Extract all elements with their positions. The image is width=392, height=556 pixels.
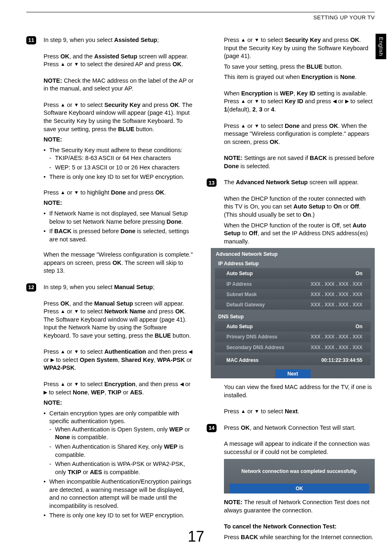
step-badge-13: 13 (207, 178, 217, 187)
list-item: When Authentication is WPA-PSK or WPA2-P… (49, 460, 194, 476)
right-icon: ▶ (345, 98, 349, 104)
osd-title: Advanced Network Setup (211, 248, 375, 259)
language-tab: English (376, 34, 386, 59)
step-badge-14: 14 (207, 424, 217, 432)
s13-after2: Press ▲ or ▼ to select Next. (224, 408, 375, 416)
list-item: When incompatible Authentication/Encrypt… (44, 478, 194, 510)
osd-connection-result: Network connection was completed success… (224, 459, 375, 493)
up-icon: ▲ (60, 102, 65, 108)
osd-row: Secondary DNS AddressXXX . XXX . XXX . X… (215, 342, 371, 352)
s11-p4: When the message "Wireless configuration… (44, 251, 194, 275)
down-icon: ▼ (254, 408, 259, 414)
osd-row-label: Primary DNS Address (226, 334, 277, 340)
left-icon: ◀ (333, 98, 337, 104)
osd-row-value: On (355, 323, 362, 330)
list-item: The Security Key must adhere to these co… (44, 146, 194, 172)
up-icon: ▲ (60, 61, 65, 67)
osd-row-label: IP Address (226, 281, 252, 287)
osd-dns-title: DNS Setup (211, 312, 375, 321)
step-13: 13 The Advanced Network Setup screen wil… (207, 178, 375, 246)
step-11: 11 In step 9, when you select Assisted S… (26, 36, 194, 275)
up-icon: ▲ (60, 381, 65, 387)
osd-msg-text: Network connection was completed success… (224, 459, 375, 484)
down-icon: ▼ (254, 123, 259, 129)
right-column: Press ▲ or ▼ to select Security Key and … (207, 36, 375, 544)
list-item: If Network Name is not displayed, see Ma… (44, 210, 194, 226)
s12-p3: Press ▲ or ▼ to select Encryption, and t… (44, 380, 194, 396)
s11-note3-head: NOTE: (44, 199, 194, 207)
s11-p2: Press ▲ or ▼ to select Security Key and … (44, 101, 194, 133)
down-icon: ▼ (74, 61, 79, 67)
list-item: Certain encryption types are only compat… (44, 410, 194, 477)
osd-row-label: Auto Setup (226, 323, 253, 330)
right-icon: ▶ (44, 389, 47, 395)
osd-ip-title: IP Address Setup (211, 259, 375, 268)
left-column: 11 In step 9, when you select Assisted S… (26, 36, 194, 544)
list-item: TKIP/AES: 8-63 ASCII or 64 Hex character… (49, 154, 194, 162)
left-icon: ◀ (189, 349, 192, 354)
s12r-p1b: To save your setting, press the BLUE but… (224, 63, 375, 71)
osd-row-label: Subnet Mask (226, 291, 257, 298)
s12r-p2: When Encryption is WEP, Key ID setting i… (224, 90, 375, 114)
header-rule (26, 12, 375, 12)
header-section-title: SETTING UP YOUR TV (314, 14, 375, 21)
osd-row-value: XXX . XXX . XXX . XXX (311, 344, 362, 351)
up-icon: ▲ (241, 123, 246, 129)
s12-p1: Press OK, and the Manual Setup screen wi… (44, 300, 194, 340)
down-icon: ▼ (74, 190, 79, 195)
page-number: 17 (0, 527, 392, 547)
osd-mac-label: MAC Address (226, 357, 258, 364)
s14-p2: A message will appear to indicate if the… (224, 440, 375, 456)
osd-row-value: XXX . XXX . XXX . XXX (311, 334, 362, 340)
osd-advanced-network-setup: Advanced Network Setup IP Address Setup … (211, 248, 375, 378)
down-icon: ▼ (254, 37, 259, 43)
osd-row: Subnet MaskXXX . XXX . XXX . XXX (215, 289, 371, 299)
s13-after1: You can view the fixed MAC address for t… (224, 383, 375, 399)
osd-row-value: On (355, 270, 362, 277)
s12-p2: Press ▲ or ▼ to select Authentication an… (44, 348, 194, 372)
s12r-p1c: This item is grayed out when Encryption … (224, 73, 375, 81)
up-icon: ▲ (241, 37, 246, 43)
s11-note2-head: NOTE: (44, 136, 194, 144)
osd-row: Auto SetupOn (215, 268, 371, 278)
up-icon: ▲ (60, 308, 65, 314)
down-icon: ▼ (74, 381, 79, 387)
osd-row-value: XXX . XXX . XXX . XXX (311, 301, 362, 308)
osd-row: Primary DNS AddressXXX . XXX . XXX . XXX (215, 331, 371, 342)
s11-intro: In step 9, when you select Assisted Setu… (44, 36, 194, 44)
step-14: 14 Press OK, and Network Connection Test… (207, 424, 375, 456)
step-badge-12: 12 (26, 283, 36, 292)
list-item: There is only one key ID to set for WEP … (44, 173, 194, 181)
osd-row-label: Secondary DNS Address (226, 344, 284, 351)
s11-note2-list: The Security Key must adhere to these co… (44, 146, 194, 181)
down-icon: ▼ (74, 349, 79, 354)
left-icon: ◀ (180, 381, 184, 387)
s11-note1: NOTE: Check the MAC address on the label… (44, 77, 194, 93)
osd-row-value: XXX . XXX . XXX . XXX (311, 291, 362, 298)
s14-p1: Press OK, and Network Connection Test wi… (224, 424, 375, 432)
up-icon: ▲ (241, 408, 246, 414)
osd-row-label: Default Gateway (226, 301, 265, 308)
osd-row-value: XXX . XXX . XXX . XXX (311, 281, 362, 287)
list-item: When Authentication is Shared Key, only … (49, 443, 194, 459)
s11-p1: Press OK, and the Assisted Setup screen … (44, 53, 194, 69)
step-12: 12 In step 9, when you select Manual Set… (26, 283, 194, 520)
list-item: If BACK is pressed before Done is select… (44, 227, 194, 243)
up-icon: ▲ (60, 349, 65, 354)
osd-next-button[interactable]: Next (275, 369, 311, 378)
osd-ok-button[interactable]: OK (230, 484, 369, 493)
s13-p2b: When the DHCP function of the router is … (224, 222, 375, 246)
osd-row: IP AddressXXX . XXX . XXX . XXX (215, 279, 371, 289)
list-item: WEP: 5 or 13 ASCII or 10 or 26 Hex chara… (49, 164, 194, 172)
step-badge-11: 11 (26, 36, 36, 44)
osd-row-mac: MAC Address 00:11:22:33:44:55 (215, 355, 371, 365)
osd-row: Auto SetupOn (215, 321, 371, 331)
s11-note3-list: If Network Name is not displayed, see Ma… (44, 210, 194, 243)
s13-p2: When the DHCP function of the router con… (224, 195, 375, 219)
right-icon: ▶ (51, 357, 54, 363)
down-icon: ▼ (74, 308, 79, 314)
up-icon: ▲ (60, 190, 65, 195)
down-icon: ▼ (74, 102, 79, 108)
s12r-p3: Press ▲ or ▼ to select Done and press OK… (224, 122, 375, 146)
s12-intro: In step 9, when you select Manual Setup; (44, 283, 194, 292)
